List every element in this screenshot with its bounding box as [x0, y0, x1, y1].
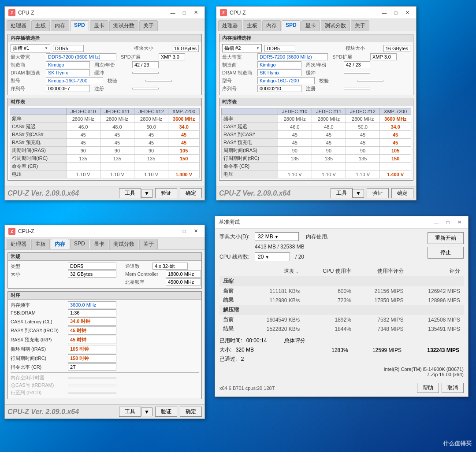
tab-about-1[interactable]: 关于	[139, 20, 158, 31]
buffer-value-1	[132, 72, 159, 74]
verify-btn-3[interactable]: 验证	[155, 407, 177, 417]
serial-row-1: 序列号 000000F7 注册	[11, 85, 199, 92]
tools-btn-1[interactable]: 工具	[119, 188, 141, 198]
restart-btn[interactable]: 重新开始	[428, 232, 464, 244]
tab-bench-2[interactable]: 测试分数	[321, 20, 350, 31]
tab-gpu-2[interactable]: 显卡	[301, 20, 320, 31]
tab-processor-2[interactable]: 处理器	[218, 20, 242, 31]
close-btn-3[interactable]: ✕	[190, 227, 201, 236]
passed-label: 已通过:	[219, 356, 237, 362]
titlebar-1: Z CPU-Z — □ ✕	[5, 7, 205, 19]
slot-content-2: 插槽 #2 ▼ DDR5 模块大小 16 GBytes 最大带宽 DDR5-72…	[219, 42, 413, 95]
close-btn-2[interactable]: ✕	[402, 8, 413, 17]
decompress-current-row: 当前 1604549 KB/s 1892% 7532 MIPS 142508 M…	[219, 315, 464, 324]
passed-value: 2	[241, 356, 244, 362]
mem-usage-value: 4413 MB / 32538 MB	[255, 244, 423, 250]
verify-btn-2[interactable]: 验证	[367, 188, 389, 198]
type-label-3: 类型	[11, 263, 68, 270]
tab-about-3[interactable]: 关于	[139, 239, 158, 249]
check-label-1: 校验	[108, 78, 143, 84]
threads-dropdown-arrow: ▼	[265, 255, 269, 259]
tab-motherboard-2[interactable]: 主板	[243, 20, 261, 31]
size-label-3: 大小	[11, 271, 68, 278]
slot-section-title-1: 内存插槽选择	[8, 34, 201, 42]
titlebar-3: Z CPU-Z — □ ✕	[5, 225, 205, 237]
tools-arrow-3[interactable]: ▼	[141, 408, 152, 416]
tab-spd-1[interactable]: SPD	[70, 20, 89, 31]
tab-memory-1[interactable]: 内存	[51, 20, 69, 31]
north-bridge-label-3: 北桥频率	[125, 279, 160, 285]
bench-result-table: 速度， CPU 使用率 使用率评分 评分 压缩 当前 111181 KB/s 6…	[219, 267, 464, 333]
fsb-dram-value-3: 1:36	[68, 309, 116, 316]
stop-btn[interactable]: 停止	[428, 247, 464, 259]
th-xmp-1: XMP-7200	[168, 108, 200, 115]
tools-btn-3[interactable]: 工具	[119, 407, 141, 417]
elapsed-label: 已用时间:	[219, 337, 242, 344]
ras-cas-value-3: 45 时钟	[68, 326, 116, 335]
check-value-1	[145, 80, 172, 82]
tools-arrow-1[interactable]: ▼	[141, 189, 152, 198]
col-speed: 速度，	[245, 267, 303, 276]
maximize-btn-3[interactable]: □	[179, 227, 190, 236]
titlebar-buttons-bench: — □ ✕	[431, 218, 465, 227]
dict-size-label: 字典大小(D):	[219, 233, 255, 241]
version-label-3: CPU-Z Ver. 2.09.0.x64	[7, 408, 79, 416]
cas-latency-value-3: 34.0 时钟	[68, 317, 116, 326]
verify-btn-1[interactable]: 验证	[155, 188, 177, 198]
confirm-btn-3[interactable]: 确定	[180, 407, 202, 417]
tab-bench-1[interactable]: 测试分数	[109, 20, 138, 31]
mem-freq-value-3: 3600.0 MHz	[68, 301, 116, 308]
cpuz-icon-3: Z	[8, 228, 15, 235]
minimize-btn-1[interactable]: —	[167, 8, 178, 17]
confirm-btn-1[interactable]: 确定	[180, 188, 202, 198]
tab-processor-3[interactable]: 处理器	[7, 239, 30, 249]
maximize-btn-1[interactable]: □	[179, 8, 190, 17]
slot-dropdown-2[interactable]: 插槽 #2 ▼	[222, 44, 262, 52]
tab-gpu-3[interactable]: 显卡	[90, 239, 108, 249]
tools-arrow-2[interactable]: ▼	[353, 189, 364, 198]
cpu-threads-dropdown[interactable]: 20 ▼	[255, 252, 290, 261]
bench-title: 基准测试	[219, 219, 431, 226]
tab-memory-3[interactable]: 内存	[51, 239, 69, 249]
slot-section-title-2: 内存插槽选择	[219, 34, 413, 42]
minimize-btn-3[interactable]: —	[167, 227, 178, 236]
tab-spd-2[interactable]: SPD	[282, 20, 301, 31]
confirm-btn-2[interactable]: 确定	[391, 188, 413, 198]
version-label-2: CPU-Z Ver. 2.09.0.x64	[219, 189, 290, 197]
slot-dropdown-1[interactable]: 插槽 #1 ▼	[11, 44, 50, 52]
cpu-threads-label: CPU 线程数:	[219, 253, 255, 261]
timing-row-freq-1: 频率 2800 MHz2800 MHz2800 MHz3600 MHz	[10, 115, 200, 123]
tab-spd-3[interactable]: SPD	[70, 239, 89, 249]
minimize-btn-2[interactable]: —	[379, 8, 390, 17]
timing-row-cr-1: 命令率 (CR)	[10, 163, 200, 170]
app-info: 7-Zip 19.00 (x64)	[219, 372, 464, 377]
tab-processor-1[interactable]: 处理器	[7, 20, 30, 31]
tab-bench-tab-3[interactable]: 测试分数	[109, 239, 138, 249]
tools-btn-2[interactable]: 工具	[331, 188, 353, 198]
help-btn[interactable]: 帮助	[417, 383, 439, 393]
maximize-btn-bench[interactable]: □	[443, 218, 453, 227]
cancel-btn[interactable]: 取消	[442, 383, 464, 393]
serial-value-1: 000000F7	[46, 85, 90, 92]
tab-memory-2[interactable]: 内存	[262, 20, 281, 31]
ras-precharge-value-3: 45 时钟	[68, 336, 116, 344]
tab-motherboard-3[interactable]: 主板	[31, 239, 50, 249]
close-btn-bench[interactable]: ✕	[454, 218, 465, 227]
timing-row-ras-pre-1: RAS# 预充电 45454545	[10, 139, 200, 147]
minimize-btn-bench[interactable]: —	[431, 218, 442, 227]
size-usage-score: 12599 MIPS	[353, 347, 405, 353]
max-bw-row-1: 最大带宽 DDR5-7200 (3600 MHz) SPD扩展 XMP 3.0	[11, 53, 199, 60]
titlebar-buttons-2: — □ ✕	[379, 8, 413, 17]
tab-motherboard-1[interactable]: 主板	[31, 20, 50, 31]
close-btn-1[interactable]: ✕	[190, 8, 201, 17]
spd-ext-label-1: SPD扩展	[121, 54, 156, 60]
slot-content-1: 插槽 #1 ▼ DDR5 模块大小 16 GBytes 最大带宽 DDR5-72…	[8, 42, 201, 95]
titlebar-2: Z CPU-Z — □ ✕	[216, 7, 416, 19]
dict-size-dropdown[interactable]: 32 MB ▼	[255, 232, 299, 241]
register-label-1: 注册	[94, 85, 130, 92]
maximize-btn-2[interactable]: □	[390, 8, 401, 17]
decompress-result-row: 结果 1522820 KB/s 1844% 7348 MIPS 135491 M…	[219, 324, 464, 333]
tab-about-2[interactable]: 关于	[351, 20, 369, 31]
tab-gpu-1[interactable]: 显卡	[90, 20, 108, 31]
cpu-threads-total: / 20	[295, 254, 304, 260]
